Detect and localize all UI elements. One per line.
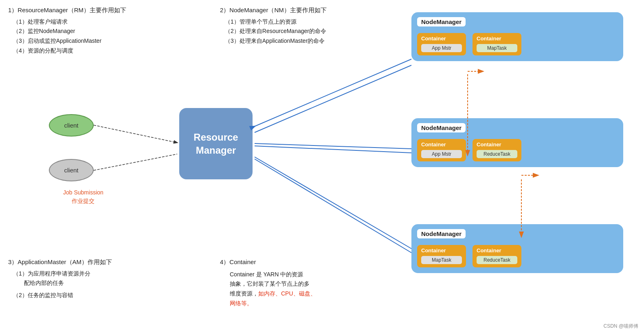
- job-line1: Job Submission: [63, 189, 103, 196]
- section3: 3）ApplicationMaster（AM）作用如下 （1）为应用程序申请资源…: [8, 257, 163, 300]
- client2-label: client: [64, 167, 78, 174]
- section2-item2: （2）处理来自ResourceManager的命令: [225, 26, 391, 36]
- watermark: CSDN @喵师傅: [603, 323, 638, 330]
- nodemanager-3: NodeManager Container MapTask Container …: [411, 224, 623, 273]
- main-page: { "section1": { "title": "1）ResourceMana…: [0, 0, 644, 333]
- section1-item1: （1）处理客户端请求: [13, 17, 163, 27]
- nm3-maptask: MapTask: [421, 256, 462, 264]
- section1-item4: （4）资源的分配与调度: [13, 46, 163, 56]
- nm2-reducetask: ReduceTask: [477, 150, 517, 158]
- section4-title: 4）Container: [220, 257, 367, 267]
- nm3-containers: Container MapTask Container ReduceTask: [417, 245, 618, 267]
- nm2-to-rm-blue1: [255, 143, 411, 149]
- client-gray-oval: client: [49, 159, 94, 181]
- section3-item2: （2）任务的监控与容错: [13, 291, 163, 300]
- nodemanager-1: NodeManager Container App Mstr Container…: [411, 12, 623, 61]
- nodemanager-2: NodeManager Container App Mstr Container…: [411, 118, 623, 167]
- nm2-containers: Container App Mstr Container ReduceTask: [417, 139, 618, 161]
- nm1-container1: Container App Mstr: [417, 33, 466, 55]
- section2-title: 2）NodeManager（NM）主要作用如下: [220, 5, 391, 15]
- job-line2: 作业提交: [72, 198, 95, 204]
- section2-item3: （3）处理来自ApplicationMaster的命令: [225, 36, 391, 46]
- nm1-to-rm-blue1: [255, 59, 411, 126]
- nm3-container1: Container MapTask: [417, 245, 466, 267]
- nm1-containers: Container App Mstr Container MapTask: [417, 33, 618, 55]
- nm3-title-bar: NodeManager: [417, 229, 618, 243]
- client1-to-rm-line: [94, 125, 177, 143]
- nm1-container2: Container MapTask: [473, 33, 521, 55]
- section4-body: Container 是 YARN 中的资源抽象，它封装了某个节点上的多维度资源，…: [230, 270, 367, 309]
- section1-title: 1）ResourceManager（RM）主要作用如下: [8, 5, 163, 15]
- section1: 1）ResourceManager（RM）主要作用如下 （1）处理客户端请求 （…: [8, 5, 163, 56]
- nm3-container2: Container ReduceTask: [473, 245, 521, 267]
- resource-manager-box: Resource Manager: [179, 108, 253, 179]
- section1-item2: （2）监控NodeManager: [13, 26, 163, 36]
- nm1-appmstr: App Mstr: [421, 44, 462, 52]
- nm3-reducetask: ReduceTask: [477, 256, 517, 264]
- client-green-oval: client: [49, 114, 94, 137]
- rm-label: Resource Manager: [193, 131, 238, 156]
- section3-title: 3）ApplicationMaster（AM）作用如下: [8, 257, 163, 267]
- section4: 4）Container Container 是 YARN 中的资源抽象，它封装了…: [220, 257, 367, 309]
- section2-item1: （1）管理单个节点上的资源: [225, 17, 391, 27]
- section1-item3: （3）启动或监控ApplicationMaster: [13, 36, 163, 46]
- nm3-to-rm-blue2: [255, 159, 411, 253]
- nm1-title-bar: NodeManager: [417, 17, 618, 31]
- nm3-to-rm-blue1: [255, 157, 411, 249]
- section2: 2）NodeManager（NM）主要作用如下 （1）管理单个节点上的资源 （2…: [220, 5, 391, 46]
- nm2-title-bar: NodeManager: [417, 123, 618, 137]
- nm1-maptask: MapTask: [477, 44, 517, 52]
- section3-item1: （1）为应用程序申请资源并分 配给内部的任务: [13, 269, 163, 289]
- nm1-to-rm-blue2: [255, 65, 411, 132]
- nm2-container2: Container ReduceTask: [473, 139, 521, 161]
- client1-label: client: [64, 122, 78, 129]
- client2-to-rm-line: [94, 154, 177, 170]
- nm2-appmstr: App Mstr: [421, 150, 462, 158]
- job-submission-label: Job Submission 作业提交: [63, 188, 103, 205]
- nm2-to-rm-blue2: [255, 146, 411, 153]
- nm2-container1: Container App Mstr: [417, 139, 466, 161]
